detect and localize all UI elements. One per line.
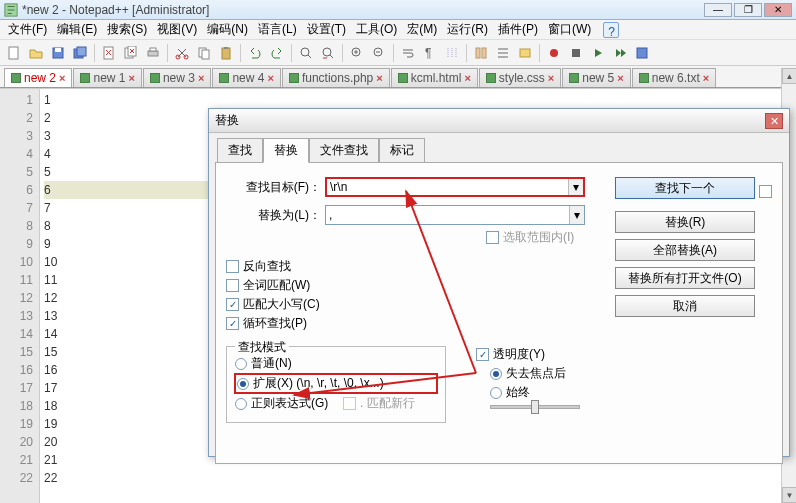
replace-all-button[interactable]: 全部替换(A)	[615, 239, 755, 261]
scroll-down-icon[interactable]: ▼	[782, 487, 796, 503]
close-all-icon[interactable]	[121, 43, 141, 63]
close-icon[interactable]: ×	[376, 72, 382, 84]
maximize-button[interactable]: ❐	[734, 3, 762, 17]
save-all-icon[interactable]	[70, 43, 90, 63]
cut-icon[interactable]	[172, 43, 192, 63]
reverse-checkbox[interactable]	[226, 260, 239, 273]
menu-settings[interactable]: 设置(T)	[303, 19, 350, 40]
close-icon[interactable]: ×	[129, 72, 135, 84]
menu-window[interactable]: 窗口(W)	[544, 19, 595, 40]
replace-combobox[interactable]: ▾	[325, 205, 585, 225]
find-icon[interactable]	[296, 43, 316, 63]
whole-word-checkbox[interactable]	[226, 279, 239, 292]
play-multi-icon[interactable]	[610, 43, 630, 63]
close-icon[interactable]: ×	[617, 72, 623, 84]
tab-functions-php[interactable]: functions.php×	[282, 68, 390, 87]
tab-new-2[interactable]: new 2×	[4, 68, 72, 87]
transparency-checkbox[interactable]	[476, 348, 489, 361]
dialog-tab-替换[interactable]: 替换	[263, 138, 309, 163]
find-input[interactable]	[330, 180, 580, 194]
replace-input[interactable]	[329, 208, 581, 222]
dialog-tab-查找[interactable]: 查找	[217, 138, 263, 163]
tab-style-css[interactable]: style.css×	[479, 68, 561, 87]
save-macro-icon[interactable]	[632, 43, 652, 63]
minimize-button[interactable]: —	[704, 3, 732, 17]
find-next-extra-checkbox[interactable]	[759, 185, 772, 198]
paste-icon[interactable]	[216, 43, 236, 63]
dialog-tab-标记[interactable]: 标记	[379, 138, 425, 163]
save-icon[interactable]	[48, 43, 68, 63]
close-icon[interactable]: ×	[703, 72, 709, 84]
tab-new-5[interactable]: new 5×	[562, 68, 630, 87]
svg-rect-5	[77, 47, 86, 56]
undo-icon[interactable]	[245, 43, 265, 63]
zoom-in-icon[interactable]	[347, 43, 367, 63]
dialog-tab-文件查找[interactable]: 文件查找	[309, 138, 379, 163]
in-selection-checkbox[interactable]	[486, 231, 499, 244]
menu-macro[interactable]: 宏(M)	[403, 19, 441, 40]
close-icon[interactable]: ×	[464, 72, 470, 84]
close-icon[interactable]: ×	[267, 72, 273, 84]
regex-newline-checkbox[interactable]	[343, 397, 356, 410]
close-button[interactable]: ✕	[764, 3, 792, 17]
chevron-down-icon[interactable]: ▾	[568, 179, 583, 195]
play-macro-icon[interactable]	[588, 43, 608, 63]
open-file-icon[interactable]	[26, 43, 46, 63]
zoom-out-icon[interactable]	[369, 43, 389, 63]
svg-rect-10	[150, 48, 156, 51]
tab-new-3[interactable]: new 3×	[143, 68, 211, 87]
print-icon[interactable]	[143, 43, 163, 63]
dialog-titlebar[interactable]: 替换 ✕	[209, 109, 789, 133]
menu-language[interactable]: 语言(L)	[254, 19, 301, 40]
menu-encoding[interactable]: 编码(N)	[203, 19, 252, 40]
mode-normal-radio[interactable]	[235, 358, 247, 370]
mode-extended-radio[interactable]	[237, 378, 249, 390]
menu-plugins[interactable]: 插件(P)	[494, 19, 542, 40]
redo-icon[interactable]	[267, 43, 287, 63]
replace-icon[interactable]	[318, 43, 338, 63]
tab-new-4[interactable]: new 4×	[212, 68, 280, 87]
tab-new-1[interactable]: new 1×	[73, 68, 141, 87]
new-file-icon[interactable]	[4, 43, 24, 63]
doc-map-icon[interactable]	[471, 43, 491, 63]
menubar: 文件(F) 编辑(E) 搜索(S) 视图(V) 编码(N) 语言(L) 设置(T…	[0, 20, 796, 40]
record-macro-icon[interactable]	[544, 43, 564, 63]
always-radio[interactable]	[490, 387, 502, 399]
find-combobox[interactable]: ▾	[325, 177, 585, 197]
chevron-down-icon[interactable]: ▾	[569, 206, 584, 224]
close-file-icon[interactable]	[99, 43, 119, 63]
on-lose-focus-radio[interactable]	[490, 368, 502, 380]
search-mode-legend: 查找模式	[235, 339, 289, 356]
close-icon[interactable]: ×	[548, 72, 554, 84]
menu-view[interactable]: 视图(V)	[153, 19, 201, 40]
dialog-close-button[interactable]: ✕	[765, 113, 783, 129]
copy-icon[interactable]	[194, 43, 214, 63]
cancel-button[interactable]: 取消	[615, 295, 755, 317]
tab-new-6-txt[interactable]: new 6.txt×	[632, 68, 716, 87]
file-icon	[486, 73, 496, 83]
func-list-icon[interactable]	[493, 43, 513, 63]
mode-regex-radio[interactable]	[235, 398, 247, 410]
transparency-slider[interactable]	[490, 405, 580, 409]
menu-file[interactable]: 文件(F)	[4, 19, 51, 40]
menu-help[interactable]: ?	[603, 22, 619, 38]
indent-guide-icon[interactable]	[442, 43, 462, 63]
wrap-icon[interactable]	[398, 43, 418, 63]
replace-button[interactable]: 替换(R)	[615, 211, 755, 233]
close-icon[interactable]: ×	[198, 72, 204, 84]
replace-in-open-button[interactable]: 替换所有打开文件(O)	[615, 267, 755, 289]
tab-kcml-html[interactable]: kcml.html×	[391, 68, 478, 87]
match-case-checkbox[interactable]	[226, 298, 239, 311]
menu-tools[interactable]: 工具(O)	[352, 19, 401, 40]
menu-run[interactable]: 运行(R)	[443, 19, 492, 40]
stop-macro-icon[interactable]	[566, 43, 586, 63]
show-all-chars-icon[interactable]: ¶	[420, 43, 440, 63]
find-next-button[interactable]: 查找下一个	[615, 177, 755, 199]
folder-view-icon[interactable]	[515, 43, 535, 63]
scroll-up-icon[interactable]: ▲	[782, 68, 796, 84]
file-icon	[11, 73, 21, 83]
wrap-checkbox[interactable]	[226, 317, 239, 330]
close-icon[interactable]: ×	[59, 72, 65, 84]
menu-search[interactable]: 搜索(S)	[103, 19, 151, 40]
menu-edit[interactable]: 编辑(E)	[53, 19, 101, 40]
